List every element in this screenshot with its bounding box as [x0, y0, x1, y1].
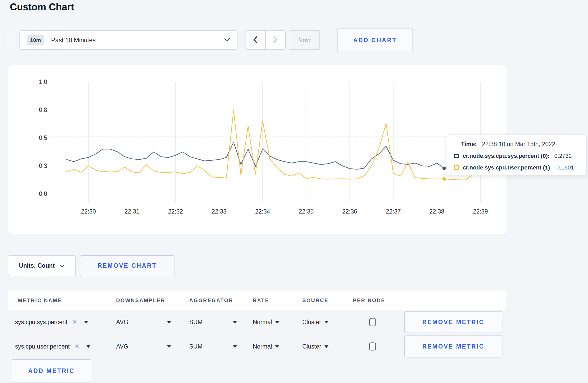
- chevron-right-icon: [273, 36, 277, 44]
- column-header-aggregator: AGGREGATOR: [189, 297, 233, 303]
- source-value: Cluster: [302, 343, 321, 350]
- chart-tooltip: Time: 22:38:10 on Mar 15th, 2022 cr.node…: [446, 134, 586, 175]
- svg-text:22:39: 22:39: [473, 208, 488, 215]
- dropdown-arrow-icon: [275, 321, 279, 323]
- source-value: Cluster: [302, 319, 321, 326]
- column-header-source: SOURCE: [302, 297, 328, 303]
- downsampler-select[interactable]: AVG: [116, 319, 171, 326]
- tooltip-time-label: Time:: [461, 141, 477, 148]
- per-node-checkbox[interactable]: [369, 343, 376, 351]
- svg-text:22:34: 22:34: [255, 208, 270, 215]
- tooltip-user-label: cr.node.sys.cpu.user.percent (1):: [463, 164, 552, 171]
- now-button[interactable]: Now: [289, 30, 320, 50]
- per-node-checkbox[interactable]: [369, 318, 376, 326]
- svg-text:0.3: 0.3: [39, 162, 47, 169]
- svg-text:22:31: 22:31: [124, 208, 139, 215]
- dropdown-arrow-icon: [233, 321, 237, 323]
- tooltip-series-row: cr.node.sys.cpu.user.percent (1): 0.1601: [446, 164, 586, 171]
- toolbar-divider: [8, 30, 8, 50]
- dropdown-arrow-icon: [324, 345, 328, 348]
- metric-name-select[interactable]: sys.cpu.sys.percent ✕: [15, 318, 106, 326]
- aggregator-value: SUM: [189, 319, 202, 326]
- user-series-legend-swatch-icon: [454, 165, 459, 170]
- chart-card: 0.00.30.50.81.022:3022:3122:3222:3322:34…: [8, 65, 506, 234]
- metric-name-select[interactable]: sys.cpu.user.percent ✕: [15, 343, 106, 350]
- chevron-down-icon: [59, 262, 65, 269]
- tooltip-sys-label: cr.node.sys.cpu.sys.percent (0):: [463, 153, 550, 159]
- prev-time-button[interactable]: [246, 31, 266, 49]
- rate-select[interactable]: Normal: [253, 319, 279, 326]
- time-window-selector[interactable]: 10m Past 10 Minutes: [19, 30, 237, 50]
- source-select[interactable]: Cluster: [302, 319, 328, 326]
- time-window-badge: 10m: [27, 35, 44, 45]
- units-label: Units: Count: [19, 262, 55, 269]
- page-title: Custom Chart: [10, 2, 74, 13]
- svg-text:22:32: 22:32: [168, 208, 183, 215]
- dropdown-arrow-icon: [324, 321, 328, 323]
- units-select[interactable]: Units: Count: [8, 255, 76, 276]
- dropdown-arrow-icon: [84, 321, 88, 323]
- tooltip-time-row: Time: 22:38:10 on Mar 15th, 2022: [446, 141, 586, 148]
- downsampler-value: AVG: [116, 319, 128, 326]
- time-window-label: Past 10 Minutes: [51, 37, 96, 44]
- source-select[interactable]: Cluster: [302, 343, 328, 350]
- metrics-table-header: METRIC NAME DOWNSAMPLER AGGREGATOR RATE …: [8, 290, 506, 310]
- time-nav-group: [245, 30, 286, 50]
- svg-text:22:35: 22:35: [299, 208, 314, 215]
- clear-metric-icon[interactable]: ✕: [74, 343, 80, 350]
- per-node-cell: [369, 343, 376, 351]
- rate-select[interactable]: Normal: [253, 343, 279, 350]
- timeseries-chart[interactable]: 0.00.30.50.81.022:3022:3122:3222:3322:34…: [8, 65, 507, 235]
- column-header-downsampler: DOWNSAMPLER: [116, 297, 165, 303]
- tooltip-user-value: 0.1601: [557, 164, 574, 171]
- metric-row: sys.cpu.sys.percent ✕ AVG SUM Normal Clu…: [8, 310, 506, 334]
- svg-text:22:37: 22:37: [386, 208, 401, 215]
- chevron-down-icon: [224, 38, 230, 42]
- dropdown-arrow-icon: [233, 345, 237, 348]
- rate-value: Normal: [253, 319, 272, 326]
- dropdown-arrow-icon: [167, 321, 171, 323]
- dropdown-arrow-icon: [275, 345, 279, 348]
- column-header-rate: RATE: [253, 297, 269, 303]
- per-node-cell: [369, 318, 376, 326]
- dropdown-arrow-icon: [167, 345, 171, 348]
- dropdown-arrow-icon: [86, 345, 90, 348]
- downsampler-select[interactable]: AVG: [116, 343, 171, 350]
- tooltip-series-row: cr.node.sys.cpu.sys.percent (0): 0.2732: [446, 153, 586, 159]
- metric-row: sys.cpu.user.percent ✕ AVG SUM Normal Cl…: [8, 334, 506, 359]
- svg-text:0.5: 0.5: [39, 134, 47, 141]
- aggregator-select[interactable]: SUM: [189, 319, 237, 326]
- next-time-button[interactable]: [266, 31, 285, 49]
- svg-text:22:38: 22:38: [429, 208, 444, 215]
- rate-value: Normal: [253, 343, 272, 350]
- remove-metric-button[interactable]: REMOVE METRIC: [404, 311, 502, 333]
- svg-text:0.8: 0.8: [39, 107, 47, 113]
- aggregator-value: SUM: [189, 343, 202, 350]
- sys-series-legend-swatch-icon: [454, 154, 459, 158]
- remove-metric-button[interactable]: REMOVE METRIC: [404, 336, 502, 358]
- svg-text:22:36: 22:36: [342, 208, 357, 215]
- svg-text:22:30: 22:30: [81, 208, 96, 215]
- aggregator-select[interactable]: SUM: [189, 343, 237, 350]
- remove-chart-button[interactable]: REMOVE CHART: [80, 255, 174, 276]
- downsampler-value: AVG: [116, 343, 128, 350]
- add-chart-button[interactable]: ADD CHART: [337, 29, 413, 52]
- svg-text:0.0: 0.0: [39, 190, 47, 197]
- add-metric-button[interactable]: ADD METRIC: [12, 359, 91, 382]
- chevron-left-icon: [253, 36, 257, 44]
- tooltip-time-value: 22:38:10 on Mar 15th, 2022: [482, 141, 555, 148]
- svg-text:22:33: 22:33: [212, 208, 227, 215]
- custom-chart-page: Custom Chart 10m Past 10 Minutes Now ADD…: [0, 0, 588, 383]
- column-header-metric-name: METRIC NAME: [18, 297, 62, 303]
- column-header-per-node: PER NODE: [353, 297, 385, 303]
- tooltip-sys-value: 0.2732: [554, 153, 572, 159]
- svg-text:1.0: 1.0: [39, 79, 47, 85]
- clear-metric-icon[interactable]: ✕: [72, 318, 77, 326]
- metric-name-value: sys.cpu.sys.percent: [15, 319, 67, 326]
- metric-name-value: sys.cpu.user.percent: [15, 343, 70, 350]
